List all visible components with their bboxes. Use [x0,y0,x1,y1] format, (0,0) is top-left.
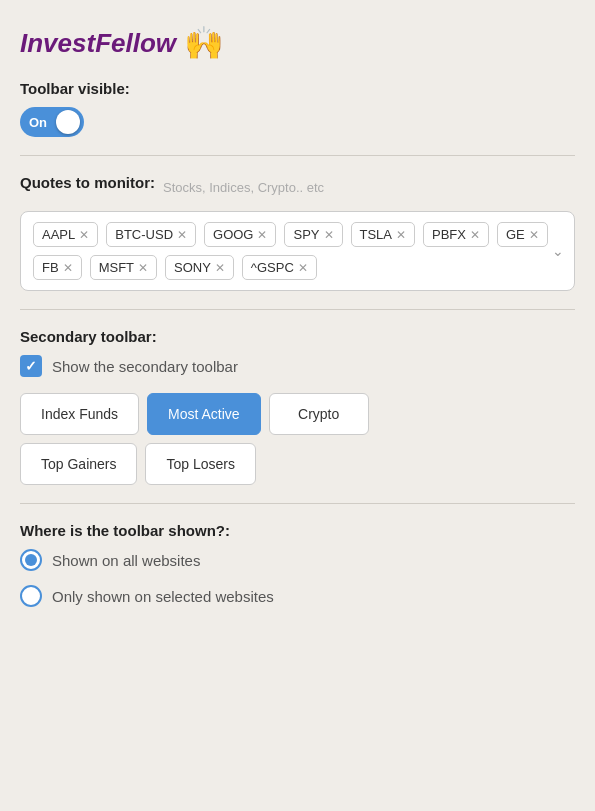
btn-most-active[interactable]: Most Active [147,393,261,435]
tag-remove-icon[interactable]: ✕ [177,229,187,241]
quotes-label: Quotes to monitor: [20,174,155,191]
tag-label: PBFX [432,227,466,242]
tag-item: BTC-USD✕ [106,222,196,247]
toggle-on-label: On [29,115,47,130]
btn-crypto[interactable]: Crypto [269,393,369,435]
radio-selected-websites[interactable] [20,585,42,607]
tag-remove-icon[interactable]: ✕ [529,229,539,241]
buttons-row-1: Index FundsMost ActiveCrypto [20,393,575,435]
chevron-down-icon[interactable]: ⌄ [552,243,564,259]
radio-row-all-websites: Shown on all websites [20,549,575,571]
tag-remove-icon[interactable]: ✕ [470,229,480,241]
quotes-header: Quotes to monitor: Stocks, Indices, Cryp… [20,174,575,201]
tag-item: GE✕ [497,222,548,247]
buttons-row-2: Top GainersTop Losers [20,443,575,485]
tag-remove-icon[interactable]: ✕ [138,262,148,274]
tag-item: ^GSPC✕ [242,255,317,280]
toolbar-buttons-grid: Index FundsMost ActiveCrypto Top Gainers… [20,393,575,485]
toolbar-visible-section: Toolbar visible: On [20,80,575,137]
btn-index-funds[interactable]: Index Funds [20,393,139,435]
tag-item: GOOG✕ [204,222,276,247]
toolbar-visible-label: Toolbar visible: [20,80,575,97]
secondary-toolbar-label: Secondary toolbar: [20,328,575,345]
header: InvestFellow 🙌 [20,24,575,62]
app-title: InvestFellow [20,28,176,59]
quotes-hint: Stocks, Indices, Crypto.. etc [163,180,324,195]
divider-1 [20,155,575,156]
tag-label: BTC-USD [115,227,173,242]
toolbar-toggle[interactable]: On [20,107,84,137]
tag-remove-icon[interactable]: ✕ [257,229,267,241]
tag-label: TSLA [360,227,393,242]
tag-item: FB✕ [33,255,82,280]
tag-label: FB [42,260,59,275]
tag-remove-icon[interactable]: ✕ [215,262,225,274]
app-emoji: 🙌 [184,24,224,62]
radio-label-selected-websites: Only shown on selected websites [52,588,274,605]
toolbar-location-label: Where is the toolbar shown?: [20,522,575,539]
tag-remove-icon[interactable]: ✕ [79,229,89,241]
tag-label: GOOG [213,227,253,242]
radio-dot-icon [25,554,37,566]
btn-top-gainers[interactable]: Top Gainers [20,443,137,485]
tag-label: ^GSPC [251,260,294,275]
tag-label: AAPL [42,227,75,242]
show-secondary-checkbox[interactable]: ✓ [20,355,42,377]
checkbox-label: Show the secondary toolbar [52,358,238,375]
tag-label: SPY [293,227,319,242]
toggle-knob [56,110,80,134]
toolbar-location-section: Where is the toolbar shown?: Shown on al… [20,522,575,607]
radio-all-websites[interactable] [20,549,42,571]
divider-2 [20,309,575,310]
tag-remove-icon[interactable]: ✕ [298,262,308,274]
tag-remove-icon[interactable]: ✕ [63,262,73,274]
tag-label: GE [506,227,525,242]
tag-label: SONY [174,260,211,275]
checkmark-icon: ✓ [25,358,37,374]
tag-label: MSFT [99,260,134,275]
divider-3 [20,503,575,504]
tag-item: TSLA✕ [351,222,416,247]
secondary-toolbar-section: Secondary toolbar: ✓ Show the secondary … [20,328,575,485]
main-container: InvestFellow 🙌 Toolbar visible: On Quote… [0,0,595,631]
tag-item: AAPL✕ [33,222,98,247]
quotes-section: Quotes to monitor: Stocks, Indices, Cryp… [20,174,575,291]
tag-item: PBFX✕ [423,222,489,247]
checkbox-row: ✓ Show the secondary toolbar [20,355,575,377]
btn-top-losers[interactable]: Top Losers [145,443,255,485]
tag-item: SONY✕ [165,255,234,280]
radio-label-all-websites: Shown on all websites [52,552,200,569]
tag-remove-icon[interactable]: ✕ [396,229,406,241]
tag-remove-icon[interactable]: ✕ [324,229,334,241]
tag-item: SPY✕ [284,222,342,247]
tag-item: MSFT✕ [90,255,157,280]
toggle-row: On [20,107,575,137]
radio-row-selected-websites: Only shown on selected websites [20,585,575,607]
radio-group: Shown on all websitesOnly shown on selec… [20,549,575,607]
tags-box[interactable]: AAPL✕BTC-USD✕GOOG✕SPY✕TSLA✕PBFX✕GE✕FB✕MS… [20,211,575,291]
